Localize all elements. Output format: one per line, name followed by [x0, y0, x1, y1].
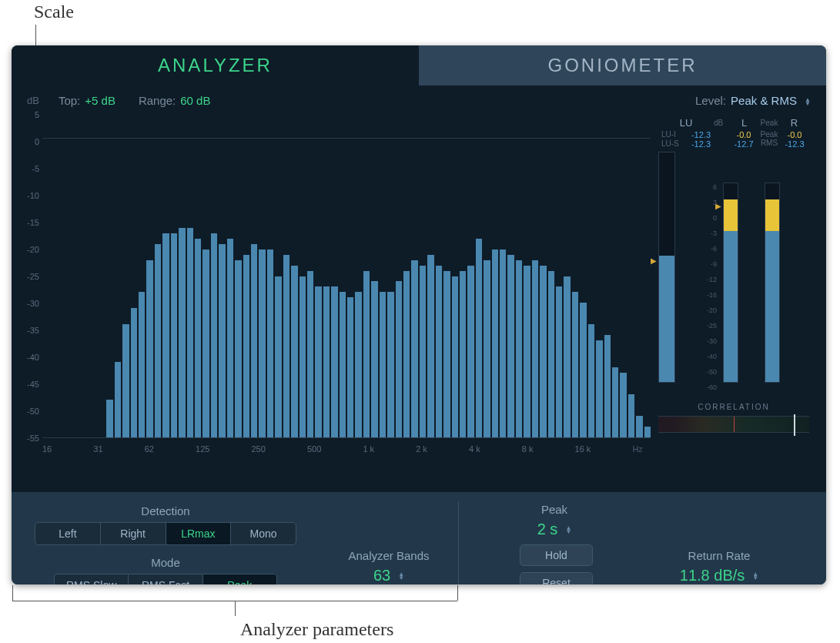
l-meter	[723, 183, 738, 383]
range-label: Range:	[139, 94, 176, 107]
analyzer-graph: 50-5-10-15-20-25-30-35-40-45-50-55	[42, 115, 651, 438]
y-tick: -25	[27, 272, 39, 281]
y-tick: -10	[27, 191, 39, 200]
detection-seg-mono[interactable]: Mono	[231, 523, 296, 544]
analyzer-bar	[507, 255, 514, 437]
analyzer-bar	[460, 271, 466, 437]
analyzer-bar	[307, 271, 313, 437]
detection-seg-right[interactable]: Right	[101, 523, 166, 544]
analyzer-bar	[202, 249, 209, 437]
r-readout: -0.0 -12.3	[780, 130, 809, 149]
y-tick: 0	[35, 137, 39, 146]
analyzer-bar	[187, 228, 193, 437]
mode-seg-peak[interactable]: Peak	[203, 574, 276, 584]
analyzer-bar	[323, 286, 330, 437]
detection-title: Detection	[35, 504, 296, 517]
detection-seg-left[interactable]: Left	[35, 523, 101, 544]
analyzer-bar	[588, 324, 594, 437]
level-readouts: LU-I-12.3 LU-S-12.3 -0.0 -12.7 Peak RMS …	[658, 130, 809, 149]
range-value[interactable]: 60 dB	[180, 94, 210, 107]
analyzer-bar	[146, 260, 152, 437]
r-meter-peak	[765, 199, 779, 231]
correlation-center	[734, 417, 735, 432]
callout-params: Analyzer parameters	[240, 619, 393, 640]
r-meter	[765, 183, 780, 383]
analyzer-bar	[380, 292, 386, 437]
analyzer-bar	[427, 255, 433, 437]
reset-button[interactable]: Reset	[520, 572, 593, 584]
level-mode[interactable]: Peak & RMS ▲▼	[731, 94, 811, 107]
analyzer-bar	[532, 260, 538, 437]
y-tick: -20	[27, 245, 39, 254]
peak-value[interactable]: 2 s ▲▼	[520, 521, 589, 538]
top-label: Top:	[59, 94, 80, 107]
top-value[interactable]: +5 dB	[85, 94, 115, 107]
return-rate-value[interactable]: 11.8 dB/s ▲▼	[635, 567, 803, 584]
y-tick: -45	[27, 380, 39, 389]
db-tick: -16	[707, 291, 717, 299]
mode-seg-rms-slow[interactable]: RMS Slow	[55, 574, 129, 584]
detection-mode-col: Detection LeftRightLRmaxMono Mode RMS Sl…	[12, 492, 320, 584]
y-tick: -40	[27, 353, 39, 362]
l-readout: -0.0 -12.7	[729, 130, 758, 149]
analyzer-bar	[211, 233, 217, 437]
l-header: L	[729, 117, 759, 129]
db-tick: -30	[707, 337, 717, 345]
analyzer-bar	[291, 266, 297, 437]
analyzer-bar	[387, 292, 393, 437]
return-rate-col: Return Rate 11.8 dB/s ▲▼	[612, 492, 826, 584]
lu-readouts: LU-I-12.3 LU-S-12.3	[658, 130, 714, 149]
analyzer-bar	[251, 244, 257, 437]
x-tick: 62	[145, 444, 154, 454]
scale-unit: dB	[27, 95, 39, 106]
analyzer-bar	[275, 276, 281, 438]
detection-seg-lrmax[interactable]: LRmax	[166, 523, 232, 544]
analyzer-bar	[443, 271, 450, 437]
mode-seg-rms-fast[interactable]: RMS Fast	[129, 574, 202, 584]
y-tick: -5	[32, 164, 39, 173]
tab-analyzer[interactable]: ANALYZER	[12, 45, 419, 85]
meter-bars: ▶ ▶ 630-3-6-9-12-16-20-25-30-40-50-60	[658, 152, 809, 383]
callout-param-bracket-l	[12, 585, 13, 601]
lu-meter-group: ▶	[658, 156, 698, 383]
tab-goniometer[interactable]: GONIOMETER	[419, 45, 826, 85]
analyzer-graph-area: 50-5-10-15-20-25-30-35-40-45-50-55 16316…	[12, 115, 658, 492]
y-tick: -35	[27, 326, 39, 335]
analyzer-bar	[556, 286, 562, 437]
y-tick: 5	[35, 110, 39, 119]
x-tick: 1 k	[363, 444, 374, 454]
x-tick: 8 k	[522, 444, 534, 454]
peak-header: Peak	[759, 119, 779, 127]
level-meters: LU dB L Peak R LU-I-12.3 LU-S-12.3 -0.0 …	[658, 115, 825, 492]
analyzer-bar	[516, 260, 522, 437]
analyzer-bar	[484, 260, 490, 437]
bands-value[interactable]: 63 ▲▼	[343, 567, 435, 584]
analyzer-bar	[436, 266, 442, 437]
db-tick: -3	[711, 229, 717, 237]
level-headers: LU dB L Peak R	[658, 115, 809, 130]
mode-segmented: RMS SlowRMS FastPeak	[54, 574, 277, 584]
bands-title: Analyzer Bands	[343, 549, 435, 562]
analyzer-bar	[243, 255, 249, 437]
return-rate-title: Return Rate	[635, 549, 803, 562]
hold-button[interactable]: Hold	[520, 544, 593, 566]
analyzer-bar	[524, 266, 530, 437]
db-tick: -20	[707, 306, 717, 314]
analyzer-bar	[452, 276, 458, 438]
analyzer-bar	[259, 249, 265, 437]
correlation-needle	[794, 414, 795, 436]
db-tick: -12	[707, 276, 717, 283]
mode-title: Mode	[35, 556, 296, 569]
db-scale: ▶ 630-3-6-9-12-16-20-25-30-40-50-60	[703, 156, 718, 383]
analyzer-bar	[363, 271, 370, 437]
scale-row: dB Top: +5 dB Range: 60 dB Level: Peak &…	[12, 85, 826, 115]
db-tick: 6	[713, 183, 717, 191]
analyzer-bar	[106, 400, 112, 437]
peak-title: Peak	[520, 503, 589, 516]
db-tick: -25	[707, 322, 717, 330]
analyzer-bar	[219, 244, 225, 437]
r-header: R	[779, 117, 809, 129]
analyzer-bar	[155, 244, 161, 437]
db-tick: 0	[713, 214, 717, 222]
analyzer-bar	[171, 233, 177, 437]
